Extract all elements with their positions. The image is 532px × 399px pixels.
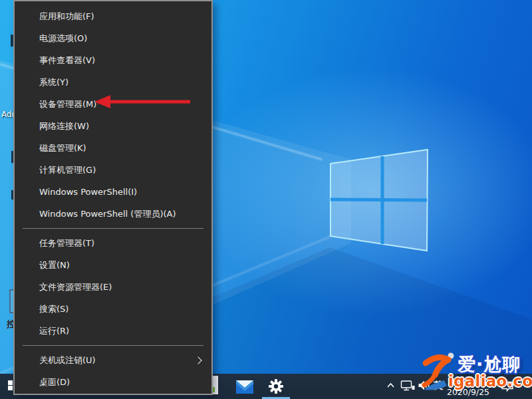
mail-app-button[interactable] [235, 377, 254, 396]
menu-item-shutdown-or-signout[interactable]: 关机或注销(U) [15, 349, 211, 371]
menu-item-label: 文件资源管理器(E) [39, 281, 112, 293]
menu-separator [23, 228, 203, 229]
menu-item-label: 搜索(S) [39, 303, 68, 315]
menu-item-task-manager[interactable]: 任务管理器(T) [15, 232, 211, 254]
menu-item-network-connections[interactable]: 网络连接(W) [15, 115, 211, 137]
start-logo-pane [8, 380, 13, 385]
menu-item-powershell[interactable]: Windows PowerShell(I) [15, 181, 211, 203]
menu-item-label: Windows PowerShell(I) [39, 187, 137, 197]
submenu-chevron-right-icon [194, 356, 201, 364]
menu-item-disk-management[interactable]: 磁盘管理(K) [15, 137, 211, 159]
menu-item-powershell-admin[interactable]: Windows PowerShell (管理员)(A) [15, 203, 211, 225]
menu-item-label: 系统(Y) [39, 76, 68, 88]
site-watermark: 爱·尬聊 igaliao.com [419, 348, 532, 396]
menu-item-label: 磁盘管理(K) [39, 142, 86, 154]
mail-icon [236, 379, 253, 394]
windows-logo-wallpaper [326, 144, 432, 255]
start-logo-pane [8, 386, 13, 390]
gear-icon [268, 378, 284, 394]
ethernet-icon [402, 381, 415, 390]
menu-separator [23, 345, 203, 346]
menu-item-file-explorer[interactable]: 文件资源管理器(E) [15, 276, 211, 298]
menu-item-settings[interactable]: 设置(N) [15, 254, 211, 276]
menu-item-label: 网络连接(W) [39, 120, 89, 132]
menu-item-power-options[interactable]: 电源选项(O) [15, 27, 211, 49]
menu-item-label: 任务管理器(T) [39, 237, 94, 249]
menu-item-run[interactable]: 运行(R) [15, 320, 211, 342]
menu-item-label: 运行(R) [39, 325, 69, 337]
menu-item-computer-management[interactable]: 计算机管理(G) [15, 159, 211, 181]
menu-item-apps-and-features[interactable]: 应用和功能(F) [15, 5, 211, 27]
menu-item-label: 设备管理器(M) [39, 98, 96, 110]
menu-item-desktop[interactable]: 桌面(D) [15, 371, 211, 393]
menu-item-label: 应用和功能(F) [39, 11, 94, 23]
annotation-arrow [93, 93, 193, 110]
show-hidden-icons-button[interactable] [386, 380, 396, 390]
watermark-domain: igaliao.com [448, 372, 532, 390]
menu-item-label: Windows PowerShell (管理员)(A) [39, 208, 176, 220]
menu-item-label: 关机或注销(U) [39, 354, 96, 366]
menu-item-label: 电源选项(O) [39, 33, 87, 45]
network-tray-button[interactable] [400, 380, 415, 392]
chevron-up-icon [388, 384, 394, 387]
menu-item-label: 计算机管理(G) [39, 164, 96, 176]
menu-item-label: 桌面(D) [39, 376, 70, 388]
winx-quick-link-menu: 应用和功能(F) 电源选项(O) 事件查看器(V) 系统(Y) 设备管理器(M)… [13, 0, 213, 395]
menu-item-search[interactable]: 搜索(S) [15, 298, 211, 320]
menu-item-event-viewer[interactable]: 事件查看器(V) [15, 49, 211, 71]
menu-item-system[interactable]: 系统(Y) [15, 71, 211, 93]
windows-desktop-screen: Adm 控 [0, 0, 532, 399]
settings-app-button[interactable] [267, 377, 285, 396]
menu-item-label: 事件查看器(V) [39, 55, 95, 66]
menu-item-label: 设置(N) [39, 259, 70, 271]
